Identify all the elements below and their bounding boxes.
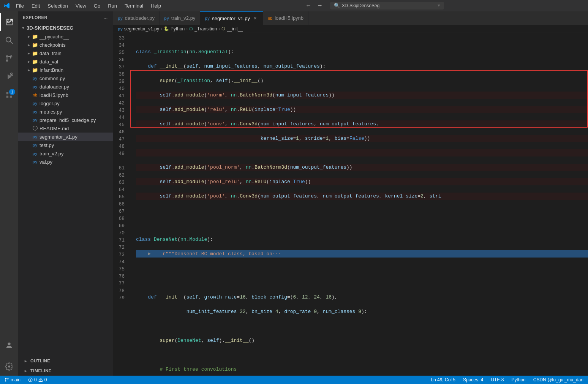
item-label: train_v2.py bbox=[40, 151, 64, 156]
py-icon: py bbox=[118, 16, 123, 21]
item-label: logger.py bbox=[40, 101, 60, 106]
sidebar-item-readme-md[interactable]: ⓘ README.md bbox=[18, 124, 113, 133]
search-icon bbox=[5, 36, 13, 44]
item-label: InfantBrain bbox=[40, 67, 63, 73]
tab-label: train_v2.py bbox=[171, 15, 196, 21]
editor-body: 33 34 35 36 37 38 39 40 41 42 43 44 45 4… bbox=[113, 33, 588, 376]
cursor-position[interactable]: Ln 49, Col 5 bbox=[429, 377, 457, 382]
sidebar-item-checkpoints[interactable]: ► 📁 checkpoints bbox=[18, 41, 113, 49]
outline-section[interactable]: ► OUTLINE bbox=[18, 356, 113, 366]
nav-forward[interactable]: → bbox=[316, 2, 324, 10]
tab-segmentor-v1[interactable]: py segmentor_v1.py ✕ bbox=[200, 11, 263, 25]
svg-point-8 bbox=[5, 378, 6, 379]
menu-selection[interactable]: Selection bbox=[44, 2, 71, 9]
sidebar-item-loadh5-ipynb[interactable]: nb loadH5.ipynb bbox=[18, 91, 113, 99]
editor-area: py dataloader.py py train_v2.py py segme… bbox=[113, 11, 588, 376]
search-dropdown-icon[interactable]: ▼ bbox=[438, 3, 440, 8]
item-label: dataloader.py bbox=[40, 84, 69, 90]
sidebar-item-test-py[interactable]: py test.py bbox=[18, 141, 113, 149]
language-mode[interactable]: Python bbox=[510, 377, 527, 382]
py-file-icon: py bbox=[32, 134, 38, 140]
activity-explorer[interactable] bbox=[0, 13, 18, 31]
menu-help[interactable]: Help bbox=[148, 2, 164, 9]
bc-sep2: › bbox=[186, 26, 188, 32]
errors-warnings[interactable]: 0 0 bbox=[27, 377, 48, 382]
tab-train-v2[interactable]: py train_v2.py bbox=[160, 11, 200, 25]
item-label: data_train bbox=[40, 51, 62, 56]
sidebar-item-dataloader-py[interactable]: py dataloader.py bbox=[18, 82, 113, 91]
py-file-icon: py bbox=[32, 159, 38, 165]
tab-dataloader[interactable]: py dataloader.py bbox=[113, 11, 160, 25]
menu-edit[interactable]: Edit bbox=[28, 2, 43, 9]
sidebar-item-val-py[interactable]: py val.py bbox=[18, 158, 113, 166]
line-43: self.add_module('pool_norm', nn.BatchNor… bbox=[136, 164, 588, 171]
encoding[interactable]: UTF-8 bbox=[489, 377, 505, 382]
error-count: 0 bbox=[34, 377, 37, 382]
menu-file[interactable]: File bbox=[13, 2, 27, 9]
line-35: class _Transition(nn.Sequential): bbox=[136, 48, 588, 55]
menu-run[interactable]: Run bbox=[105, 2, 120, 9]
line-61 bbox=[136, 279, 588, 286]
sidebar-item-data-val[interactable]: ► 📁 data_val bbox=[18, 57, 113, 66]
code-editor[interactable]: class _Transition(nn.Sequential): def __… bbox=[130, 33, 588, 376]
sidebar-item-pycache[interactable]: ► 📁 __pycache__ bbox=[18, 32, 113, 41]
sidebar-item-metrics-py[interactable]: py metrics.py bbox=[18, 107, 113, 116]
status-right: Ln 49, Col 5 Spaces: 4 UTF-8 Python CSDN… bbox=[429, 377, 585, 382]
bc-lang[interactable]: Python bbox=[171, 26, 185, 32]
global-search-bar[interactable]: 🔍 3D-SkipDenseSeg ▼ bbox=[330, 2, 444, 9]
tab-close-button[interactable]: ✕ bbox=[252, 15, 258, 21]
sidebar-item-segmentor-v1-py[interactable]: py segmentor_v1.py bbox=[18, 133, 113, 141]
source-control-icon bbox=[5, 54, 13, 63]
git-branch[interactable]: main bbox=[3, 377, 22, 382]
menu-go[interactable]: Go bbox=[91, 2, 103, 9]
settings-icon bbox=[5, 362, 13, 371]
item-label: README.md bbox=[40, 126, 69, 131]
account-icon bbox=[5, 341, 13, 349]
item-label: test.py bbox=[40, 142, 54, 148]
nav-back[interactable]: ← bbox=[304, 2, 313, 10]
line-41: kernel_size=1, stride=1, bias=False)) bbox=[136, 135, 588, 142]
ipynb-icon: nb bbox=[32, 92, 38, 98]
sidebar-item-logger-py[interactable]: py logger.py bbox=[18, 99, 113, 107]
sidebar-item-data-train[interactable]: ► 📁 data_train bbox=[18, 49, 113, 57]
language-text: Python bbox=[511, 377, 525, 382]
py-file-icon: py bbox=[32, 117, 38, 123]
folder-arrow: ► bbox=[26, 50, 32, 56]
menu-terminal[interactable]: Terminal bbox=[122, 2, 146, 9]
activity-settings[interactable] bbox=[0, 357, 18, 376]
svg-point-3 bbox=[6, 56, 8, 57]
line-64 bbox=[136, 322, 588, 330]
activity-run-debug[interactable] bbox=[0, 68, 18, 86]
sidebar-item-common-py[interactable]: py common.py bbox=[18, 74, 113, 82]
tab-loadh5[interactable]: nb loadH5.ipynb bbox=[263, 11, 308, 25]
bc-class[interactable]: _Transition bbox=[194, 26, 217, 32]
sidebar-item-train-v2-py[interactable]: py train_v2.py bbox=[18, 149, 113, 158]
line-blank bbox=[136, 265, 588, 272]
activity-account[interactable] bbox=[0, 336, 18, 354]
root-folder[interactable]: ▼ 3D-SKIPDENSESEG bbox=[18, 24, 113, 32]
item-label: prepare_hdf5_cutedge.py bbox=[40, 117, 96, 123]
bc-file[interactable]: segmentor_v1.py bbox=[124, 26, 159, 32]
activity-search[interactable] bbox=[0, 31, 18, 49]
titlebar-center: ← → 🔍 3D-SkipDenseSeg ▼ bbox=[164, 2, 584, 10]
info-icon: ⓘ bbox=[32, 125, 38, 131]
line-39: self.add_module('relu', nn.ReLU(inplace=… bbox=[136, 106, 588, 113]
svg-point-7 bbox=[8, 343, 10, 345]
error-icon bbox=[28, 378, 33, 382]
sidebar-item-prepare-hdf5[interactable]: py prepare_hdf5_cutedge.py bbox=[18, 116, 113, 124]
bc-method-icon: ⬡ bbox=[221, 26, 225, 31]
activity-extensions[interactable]: 1 bbox=[0, 86, 18, 104]
py-file-icon: py bbox=[32, 142, 38, 148]
sidebar-header: EXPLORER … bbox=[18, 11, 113, 24]
menu-view[interactable]: View bbox=[73, 2, 89, 9]
item-label: segmentor_v1.py bbox=[40, 134, 77, 140]
svg-point-5 bbox=[6, 60, 8, 62]
tab-label: dataloader.py bbox=[125, 15, 155, 21]
sidebar-item-infantbrain[interactable]: ► 📁 InfantBrain bbox=[18, 66, 113, 74]
new-file-icon[interactable]: … bbox=[103, 14, 109, 21]
bc-method[interactable]: __init__ bbox=[227, 26, 243, 32]
indentation[interactable]: Spaces: 4 bbox=[462, 377, 485, 382]
py-file-icon: py bbox=[32, 75, 38, 81]
timeline-section[interactable]: ► TIMELINE bbox=[18, 366, 113, 376]
activity-source-control[interactable] bbox=[0, 49, 18, 68]
